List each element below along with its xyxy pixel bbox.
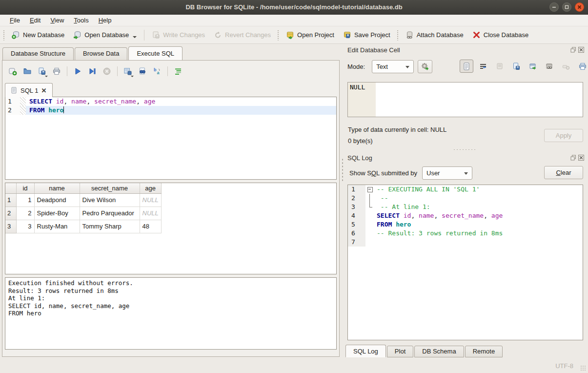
menu-tools[interactable]: Tools — [69, 16, 93, 25]
table-cell[interactable]: Pedro Parqueador — [80, 207, 140, 220]
code-line[interactable]: 1SELECT id, name, secret_name, age — [5, 97, 336, 106]
find-button[interactable] — [136, 65, 149, 78]
table-cell[interactable]: Dive Wilson — [80, 193, 140, 207]
new-sql-tab-button[interactable] — [6, 65, 19, 78]
set-null-button[interactable] — [559, 60, 573, 73]
apply-button[interactable]: Apply — [544, 129, 583, 142]
vertical-splitter[interactable] — [341, 159, 344, 181]
mode-combobox[interactable]: Text — [372, 60, 414, 73]
code-line[interactable]: 3 -- At line 1: — [348, 203, 583, 211]
code-line[interactable]: 5FROM hero — [348, 220, 583, 229]
attach-database-button[interactable]: Attach Database — [401, 28, 468, 41]
close-dock-icon[interactable] — [578, 155, 584, 161]
print-cell-button[interactable] — [576, 60, 588, 73]
table-cell[interactable]: 1 — [16, 193, 34, 207]
open-project-button[interactable]: Open Project — [282, 28, 339, 41]
code-line[interactable]: 2FROM hero — [5, 106, 336, 115]
save-sql-dropdown-icon[interactable] — [45, 76, 48, 77]
table-row: 33Rusty-ManTommy Sharp48 — [5, 220, 161, 233]
close-database-button[interactable]: Close Database — [468, 28, 533, 41]
table-cell[interactable]: Deadpond — [34, 193, 80, 207]
code-line[interactable]: 6-- Result: 3 rows returned in 8ms — [348, 229, 583, 238]
open-sql-file-button[interactable] — [21, 65, 34, 78]
table-cell[interactable]: 3 — [16, 220, 34, 233]
tab-browse-data[interactable]: Browse Data — [75, 47, 127, 60]
tab-plot[interactable]: Plot — [387, 346, 413, 357]
apply-settings-button[interactable] — [418, 60, 432, 73]
column-header-name[interactable]: name — [34, 183, 80, 193]
tab-database-structure[interactable]: Database Structure — [2, 47, 74, 60]
row-header[interactable]: 3 — [5, 220, 16, 233]
code-line[interactable]: 2 -- — [348, 194, 583, 203]
cell-editor[interactable]: NULL — [347, 82, 583, 117]
horizontal-splitter[interactable] — [453, 148, 475, 151]
format-sql-button[interactable] — [172, 65, 184, 78]
export-data-button[interactable] — [526, 60, 540, 73]
tab-execute-sql[interactable]: Execute SQL — [128, 46, 182, 60]
code-line[interactable]: 4SELECT id, name, secret_name, age — [348, 211, 583, 220]
column-header-secret_name[interactable]: secret_name — [80, 183, 140, 193]
word-wrap-button[interactable] — [476, 60, 490, 73]
execute-all-button[interactable] — [71, 65, 84, 78]
sql-editor[interactable]: 1SELECT id, name, secret_name, age2FROM … — [5, 97, 337, 180]
maximize-icon[interactable] — [562, 2, 571, 12]
line-number: 2 — [5, 106, 20, 115]
code-line[interactable]: 7 — [348, 238, 583, 247]
tab-db-schema[interactable]: DB Schema — [414, 346, 464, 357]
float-icon[interactable] — [570, 47, 576, 53]
sql-editor-tab[interactable]: SQL 1 ✕ — [5, 83, 53, 97]
table-cell[interactable]: NULL — [140, 193, 161, 207]
column-header-age[interactable]: age — [140, 183, 161, 193]
open-database-dropdown-icon[interactable] — [133, 36, 137, 38]
export-file-button[interactable] — [509, 60, 523, 73]
close-dock-icon[interactable] — [578, 47, 584, 53]
row-header[interactable]: 2 — [5, 207, 16, 220]
menu-help[interactable]: Help — [94, 16, 117, 25]
table-cell[interactable]: 48 — [140, 220, 161, 233]
column-header-id[interactable]: id — [16, 183, 34, 193]
revert-changes-button[interactable]: Revert Changes — [209, 28, 275, 41]
menu-file[interactable]: File — [5, 16, 25, 25]
submitted-by-combobox[interactable]: User — [422, 166, 472, 180]
float-icon[interactable] — [570, 155, 576, 161]
word-wrap-icon — [479, 62, 487, 71]
corner-header[interactable] — [5, 183, 16, 193]
open-url-button[interactable] — [543, 60, 556, 73]
code-text: FROM hero — [26, 106, 336, 115]
save-results-button[interactable] — [122, 65, 134, 78]
tab-remote[interactable]: Remote — [465, 346, 503, 357]
table-cell[interactable]: Tommy Sharp — [80, 220, 140, 233]
code-line[interactable]: 1-- EXECUTING ALL IN 'SQL 1' — [348, 185, 583, 194]
import-file-button[interactable] — [493, 60, 507, 73]
fold-marker-icon[interactable] — [365, 185, 376, 194]
print-sql-button[interactable] — [50, 65, 63, 78]
text-mode-button[interactable] — [460, 60, 473, 73]
write-changes-button[interactable]: Write Changes — [147, 28, 209, 41]
stop-button[interactable] — [101, 65, 113, 78]
minimize-icon[interactable] — [549, 2, 559, 12]
menu-edit[interactable]: Edit — [25, 16, 45, 25]
find-replace-button[interactable]: ba — [151, 65, 163, 78]
save-project-button[interactable]: Save Project — [339, 28, 395, 41]
toolbar-handle[interactable] — [397, 30, 399, 41]
open-database-button[interactable]: Open Database — [69, 28, 141, 41]
table-cell[interactable]: Rusty-Man — [34, 220, 80, 233]
close-icon[interactable] — [575, 2, 584, 12]
save-sql-file-button[interactable] — [36, 65, 48, 78]
sql-log-view[interactable]: 1-- EXECUTING ALL IN 'SQL 1'2 --3 -- At … — [347, 185, 583, 340]
table-cell[interactable]: 2 — [16, 207, 34, 220]
row-header[interactable]: 1 — [5, 193, 16, 207]
save-results-dropdown-icon[interactable] — [131, 76, 134, 77]
new-database-button[interactable]: New Database — [7, 28, 69, 41]
resize-grip-icon[interactable] — [580, 365, 587, 372]
clear-button[interactable]: Clear — [544, 166, 583, 179]
toolbar-handle[interactable] — [277, 30, 280, 41]
close-sql-tab-icon[interactable]: ✕ — [41, 87, 46, 94]
tab-sql-log[interactable]: SQL Log — [345, 345, 386, 357]
menu-view[interactable]: View — [45, 16, 69, 25]
table-cell[interactable]: Spider-Boy — [34, 207, 80, 220]
titlebar[interactable]: DB Browser for SQLite - /home/user/code/… — [0, 0, 588, 15]
table-cell[interactable]: NULL — [140, 207, 161, 220]
execute-current-line-button[interactable] — [86, 65, 99, 78]
toolbar-handle[interactable] — [3, 30, 5, 41]
